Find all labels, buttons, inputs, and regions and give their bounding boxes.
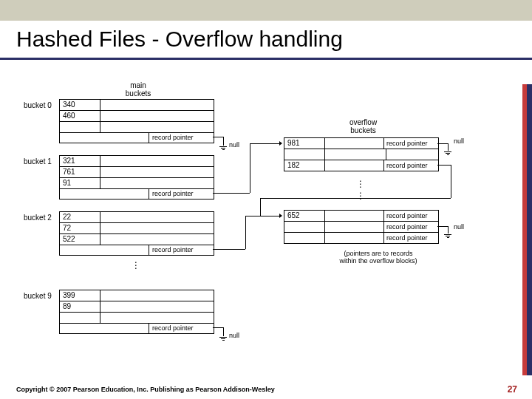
vdots: ... bbox=[134, 259, 137, 267]
bucket-0-table: 340 460 record pointer bbox=[59, 99, 214, 143]
ov1-rp0: record pointer bbox=[383, 138, 438, 149]
ov2-rp2: record pointer bbox=[383, 233, 438, 243]
bucket-9-label: bucket 9 bbox=[24, 292, 52, 300]
bucket-2-table: 22 72 522 record pointer bbox=[59, 211, 214, 256]
main-buckets-label: main buckets bbox=[120, 81, 157, 98]
bucket-1-val-2: 91 bbox=[60, 178, 100, 188]
arrow-icon bbox=[279, 141, 282, 146]
ov1-v2: 182 bbox=[284, 160, 325, 171]
bucket-1-label: bucket 1 bbox=[24, 157, 52, 166]
bucket-2-val-1: 72 bbox=[60, 223, 100, 233]
side-accent bbox=[522, 84, 532, 375]
ov2-rp0: record pointer bbox=[383, 211, 438, 221]
bucket-2-val-2: 522 bbox=[60, 234, 100, 245]
ov1-null: null bbox=[454, 137, 464, 145]
bucket-1-val-1: 761 bbox=[60, 167, 100, 177]
diagram: main buckets overflow buckets bucket 0 3… bbox=[24, 87, 523, 368]
pointers-note: (pointers are to records within the over… bbox=[319, 250, 437, 265]
bucket-0-val-1: 460 bbox=[60, 111, 100, 121]
bucket-9-table: 399 89 record pointer bbox=[59, 290, 214, 334]
overflow-1-table: 981record pointer 182record pointer bbox=[284, 137, 439, 171]
vdots: ... bbox=[359, 189, 362, 198]
bucket-2-label: bucket 2 bbox=[24, 214, 52, 222]
bucket-9-val-0: 399 bbox=[60, 290, 100, 301]
overflow-2-table: 652record pointer record pointer record … bbox=[284, 210, 439, 244]
ov1-rp2: record pointer bbox=[383, 160, 438, 171]
slide-top-bar bbox=[0, 0, 532, 21]
bucket-0-null: null bbox=[229, 141, 239, 149]
bucket-0-val-0: 340 bbox=[60, 100, 100, 110]
ov1-v0: 981 bbox=[284, 138, 325, 149]
ov2-rp1: record pointer bbox=[383, 222, 438, 232]
bucket-2-rp: record pointer bbox=[149, 245, 214, 255]
ov2-null: null bbox=[454, 223, 464, 231]
ov2-v0: 652 bbox=[284, 211, 325, 221]
arrow-icon bbox=[279, 214, 282, 218]
ground-icon bbox=[219, 146, 227, 150]
copyright-footer: Copyright © 2007 Pearson Education, Inc.… bbox=[16, 386, 275, 393]
ground-icon bbox=[444, 233, 451, 238]
bucket-1-rp: record pointer bbox=[149, 189, 214, 199]
ground-icon bbox=[219, 336, 227, 341]
ground-icon bbox=[444, 151, 451, 155]
bucket-9-null: null bbox=[229, 332, 239, 339]
bucket-2-val-0: 22 bbox=[60, 212, 100, 222]
bucket-0-label: bucket 0 bbox=[24, 101, 52, 109]
bucket-9-val-1: 89 bbox=[60, 301, 100, 312]
title-underline bbox=[0, 58, 532, 60]
overflow-buckets-label: overflow buckets bbox=[343, 118, 383, 134]
page-number: 27 bbox=[508, 384, 517, 395]
bucket-1-table: 321 761 91 record pointer bbox=[59, 155, 214, 200]
bucket-1-val-0: 321 bbox=[60, 156, 100, 166]
slide-title: Hashed Files - Overflow handling bbox=[0, 21, 532, 52]
bucket-0-rp: record pointer bbox=[149, 133, 214, 143]
bucket-9-rp: record pointer bbox=[149, 324, 214, 333]
